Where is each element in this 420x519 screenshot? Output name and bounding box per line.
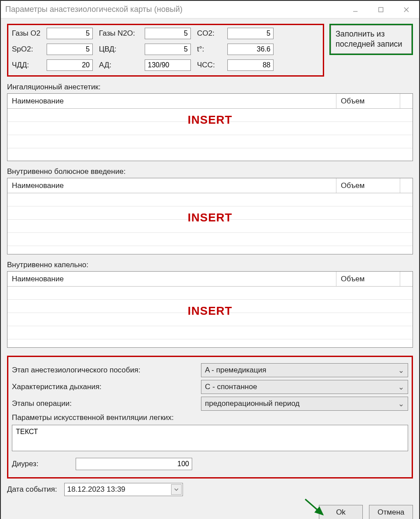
window-title: Параметры анастезиологической карты (нов… [1, 5, 343, 14]
label-co2: CO2: [197, 29, 221, 38]
chevron-down-icon: ⌄ [398, 383, 404, 392]
input-diuresis[interactable] [76, 458, 192, 470]
svg-rect-1 [379, 7, 383, 12]
label-drip: Внутривенно капельно: [7, 261, 413, 269]
col-volume: Объем [336, 178, 400, 193]
col-volume: Объем [336, 94, 400, 108]
ok-button[interactable]: Ok [319, 505, 363, 519]
input-gas-n2o[interactable] [145, 28, 191, 39]
col-name: Наименование [7, 178, 336, 193]
col-name: Наименование [7, 94, 336, 108]
chevron-down-icon: ⌄ [398, 366, 404, 375]
label-gas-o2: Газы O2 [12, 29, 40, 38]
calendar-dropdown-icon[interactable] [171, 484, 182, 495]
label-bolus: Внутривенно болюсное введение: [7, 167, 413, 176]
maximize-button[interactable] [368, 1, 394, 18]
combo-breath[interactable]: С - спонтанное ⌄ [201, 380, 408, 394]
titlebar: Параметры анастезиологической карты (нов… [1, 1, 419, 18]
table-inhalation[interactable]: Наименование Объем INSERT [7, 93, 413, 161]
label-temp: t°: [197, 45, 221, 54]
chevron-down-icon: ⌄ [398, 399, 404, 409]
bottom-panel: Этап анестезиологического пособия: A - п… [7, 356, 413, 479]
textarea-ventilation[interactable] [12, 425, 408, 451]
input-temp[interactable] [227, 44, 274, 55]
label-ad: АД: [99, 61, 139, 70]
input-gas-o2[interactable] [47, 28, 93, 39]
input-cvd[interactable] [145, 44, 191, 55]
label-gas-n2o: Газы N2O: [99, 29, 139, 38]
vitals-panel: Газы O2 Газы N2O: CO2: SpO2: ЦВД: t°: ЧД… [7, 24, 324, 77]
label-chss: ЧСС: [197, 61, 221, 70]
datetime-field[interactable]: 18.12.2023 13:39 [64, 483, 183, 496]
label-inhalation: Ингаляционный анестетик: [7, 83, 413, 92]
label-anesthesia-stage: Этап анестезиологического пособия: [12, 366, 197, 375]
minimize-button[interactable] [343, 1, 368, 18]
combo-op-stage[interactable]: предоперационный период ⌄ [201, 397, 408, 411]
input-chdd[interactable] [47, 59, 93, 71]
input-co2[interactable] [227, 28, 274, 39]
label-spo2: SpO2: [12, 45, 40, 54]
cancel-button[interactable]: Отмена [369, 505, 413, 519]
label-breath: Характеристика дыхания: [12, 383, 197, 391]
col-name: Наименование [7, 272, 336, 286]
input-ad[interactable] [145, 59, 191, 71]
input-spo2[interactable] [47, 44, 93, 55]
table-bolus[interactable]: Наименование Объем INSERT [7, 178, 413, 254]
label-op-stage: Этапы операции: [12, 399, 197, 408]
fill-from-last-button[interactable]: Заполнить из последней записи [331, 25, 412, 54]
combo-anesthesia-stage[interactable]: A - премедикация ⌄ [201, 363, 408, 377]
label-cvd: ЦВД: [99, 45, 139, 54]
close-button[interactable] [394, 1, 419, 18]
label-event-date: Дата события: [7, 485, 57, 494]
label-ventilation: Параметры искусственной вентиляции легки… [12, 413, 174, 422]
label-chdd: ЧДД: [12, 61, 40, 70]
table-drip[interactable]: Наименование Объем INSERT [7, 271, 413, 348]
col-volume: Объем [336, 272, 400, 286]
input-chss[interactable] [227, 59, 274, 71]
label-diuresis: Диурез: [12, 460, 71, 468]
